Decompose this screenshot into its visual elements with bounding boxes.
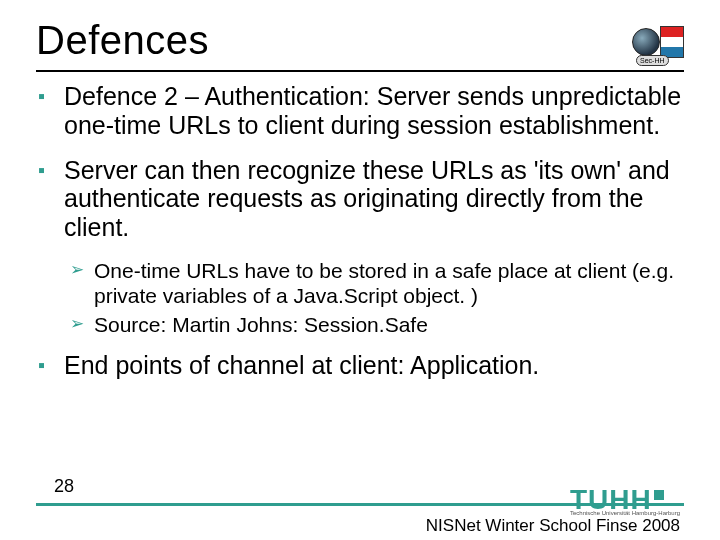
tuhh-logo-block: TUHH Technische Universität Hamburg-Harb… <box>570 487 680 516</box>
title-divider <box>36 70 684 72</box>
globe-icon <box>632 28 660 56</box>
bullet-item: ▪ End points of channel at client: Appli… <box>38 351 684 380</box>
bullet-text: End points of channel at client: Applica… <box>64 351 539 380</box>
square-bullet-icon: ▪ <box>38 82 64 110</box>
bullet-item: ▪ Server can then recognize these URLs a… <box>38 156 684 242</box>
square-bullet-icon: ▪ <box>38 156 64 184</box>
square-bullet-icon: ▪ <box>38 351 64 379</box>
sub-bullet-item: ➢ Source: Martin Johns: Session.Safe <box>70 312 684 337</box>
bullet-text: Server can then recognize these URLs as … <box>64 156 684 242</box>
footer-text: NISNet Winter School Finse 2008 <box>426 516 680 536</box>
bullet-item: ▪ Defence 2 – Authentication: Server sen… <box>38 82 684 140</box>
sub-bullet-item: ➢ One-time URLs have to be stored in a s… <box>70 258 684 308</box>
hamburg-flag-icon <box>660 26 684 58</box>
tuhh-logo: TUHH <box>570 487 680 512</box>
square-icon <box>654 490 664 500</box>
slide-content: ▪ Defence 2 – Authentication: Server sen… <box>36 82 684 380</box>
sub-bullet-text: One-time URLs have to be stored in a saf… <box>94 258 684 308</box>
bullet-text: Defence 2 – Authentication: Server sends… <box>64 82 684 140</box>
arrow-bullet-icon: ➢ <box>70 312 94 336</box>
slide-title: Defences <box>36 18 209 63</box>
sub-bullet-text: Source: Martin Johns: Session.Safe <box>94 312 428 337</box>
slide: Defences Sec-HH ▪ Defence 2 – Authentica… <box>0 0 720 540</box>
sec-hh-label: Sec-HH <box>636 55 669 66</box>
sec-hh-logo: Sec-HH <box>630 22 684 66</box>
arrow-bullet-icon: ➢ <box>70 258 94 282</box>
slide-header: Defences Sec-HH <box>36 18 684 66</box>
